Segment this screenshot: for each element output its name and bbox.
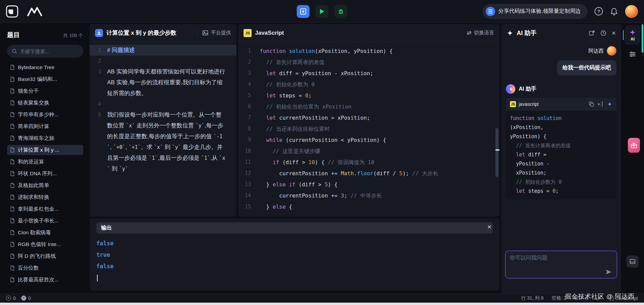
sidebar-item[interactable]: 字符串有多少种... <box>7 110 83 120</box>
search-box[interactable] <box>7 45 83 58</box>
ai-code-line: // 初始化步数为 0 <box>510 178 612 187</box>
debug-button[interactable] <box>334 5 347 18</box>
editor-scrollbar[interactable] <box>495 128 498 177</box>
file-icon <box>10 218 15 223</box>
sidebar-item-label: 链表聚集交换 <box>18 99 49 106</box>
user-avatar[interactable] <box>625 5 638 18</box>
sparkle-icon <box>507 30 513 36</box>
sidebar-item-label: Base32 编码和... <box>18 76 57 83</box>
sidebar-item-label: 阿 D 的飞行路线 <box>18 253 56 260</box>
run-button[interactable] <box>316 5 328 18</box>
import-problem-icon <box>95 29 103 37</box>
indent-setting[interactable]: 空格: 2 <box>552 295 567 301</box>
send-icon[interactable] <box>605 269 612 275</box>
sidebar-item-label: 百分位数 <box>18 265 39 272</box>
file-icon <box>10 112 15 117</box>
ai-avatar <box>506 84 515 94</box>
code-line: 15 } else { <box>238 201 500 212</box>
panel-toggle-icon[interactable] <box>626 255 639 268</box>
bug-icon <box>337 8 344 15</box>
play-icon <box>319 8 325 14</box>
notifications-button[interactable] <box>610 7 618 16</box>
sidebar-item-label: 猫鱼分干 <box>18 88 39 95</box>
workspace: 计算位置 x 到 y 的最少步数 平台提供 1# 问题描述23AB 实验同学每天… <box>90 24 500 293</box>
sidebar-item-label: 比赛最高获胜次... <box>18 276 59 283</box>
code-editor[interactable]: 1function solution(xPosition, yPosition)… <box>238 42 500 217</box>
search-input[interactable] <box>20 49 78 54</box>
problem-provider: 平台提供 <box>197 30 231 36</box>
window-bottom-strip <box>0 303 644 305</box>
sidebar-item[interactable]: 最小替换子串长... <box>7 216 83 226</box>
app-logo-icon[interactable] <box>6 5 18 18</box>
ai-input-box[interactable] <box>505 251 617 278</box>
magic-apply-icon[interactable] <box>607 101 612 107</box>
ai-close-icon[interactable]: × <box>612 30 616 36</box>
sidebar-item[interactable]: Base32 编码和... <box>7 74 83 84</box>
sidebar-item[interactable]: Bytedance Tree <box>7 62 83 72</box>
code-line: 14 currentPosition += 3; // 中等步长 <box>238 190 500 201</box>
sidebar-item[interactable]: 和的逆运算 <box>7 157 83 167</box>
insert-code-icon[interactable] <box>598 101 603 107</box>
rail-ai-tab[interactable]: AI <box>625 25 640 45</box>
output-close-icon[interactable]: × <box>487 223 491 230</box>
sidebar-item[interactable]: 拿到最多红包金... <box>7 204 83 214</box>
problem-list: Bytedance TreeBase32 编码和...猫鱼分干链表聚集交换字符串… <box>7 62 83 285</box>
promo-gift-badge[interactable] <box>628 138 640 153</box>
sidebar-item[interactable]: 及格如此简单 <box>7 180 83 190</box>
ai-gradient-icon <box>629 29 636 36</box>
sidebar-item-label: 拿到最多红包金... <box>18 206 59 213</box>
sidebar-item[interactable]: 比赛最高获胜次... <box>7 275 83 285</box>
code-line: 5 let steps = 0; <box>238 90 500 101</box>
ai-question-input[interactable] <box>510 254 613 270</box>
code-line: 9 while (currentPosition < yPosition) { <box>238 134 500 146</box>
problems-warnings[interactable]: ! 0 <box>21 296 31 301</box>
sidebar-item[interactable]: 阿 D 的飞行路线 <box>7 251 83 261</box>
switch-language-button[interactable]: ⇄ 切换语言 <box>467 29 494 36</box>
ai-code-language: javascript <box>519 101 586 107</box>
problem-title: 计算位置 x 到 y 的最少步数 <box>106 29 194 37</box>
sidebar-item-label: 进制求和转换 <box>18 194 49 201</box>
sidebar-item[interactable]: Cion 勒索病毒 <box>7 227 83 238</box>
sidebar-item[interactable]: 计算位置 x 到 y ... <box>7 145 83 155</box>
code-line: 10 // 这里是关键步骤 <box>238 146 500 157</box>
output-tab[interactable]: 输出 <box>96 222 493 234</box>
editor-panel: JS JavaScript ⇄ 切换语言 1function solution(… <box>238 24 500 217</box>
sidebar-item[interactable]: 进制求和转换 <box>7 192 83 202</box>
mountain-logo-icon[interactable] <box>27 6 42 17</box>
sidebar-item-label: 简单四则计算 <box>18 123 49 130</box>
history-icon[interactable] <box>600 30 607 36</box>
sidebar-item[interactable]: 青海湖租车之旅 <box>7 133 83 143</box>
share-banner[interactable]: 分享代码练习体验,领限量定制周边 <box>483 4 587 19</box>
code-line: 6 // 初始化当前位置为 xPosition <box>238 101 500 112</box>
code-line: 7 let currentPosition = xPosition; <box>238 112 500 123</box>
banner-doc-icon <box>486 7 495 16</box>
problem-line: 3AB 实验同学每天都很苦恼如何可以更好地进行 AB 实验,每一步的流程很重要,… <box>90 66 236 99</box>
sidebar-item[interactable]: RGB 色值转 Inte... <box>7 239 83 249</box>
sidebar-item[interactable]: 百分位数 <box>7 263 83 273</box>
settings-sliders-icon[interactable] <box>629 51 636 58</box>
ai-panel: AI 助手 × 阿达西 给我一些代码提示吧 AI 助手 <box>501 24 621 293</box>
copy-code-icon[interactable] <box>589 101 594 107</box>
code-line: 2 // 首先计算两者的差值 <box>238 57 500 68</box>
file-icon <box>10 253 15 259</box>
problems-errors[interactable]: × 0 <box>6 296 16 301</box>
file-icon <box>10 265 15 271</box>
export-chat-icon[interactable] <box>589 30 595 36</box>
sidebar-item-label: 和的逆运算 <box>18 158 44 165</box>
sidebar-item[interactable]: 链表聚集交换 <box>7 98 83 108</box>
sidebar-item-label: RGB 色值转 Inte... <box>18 241 61 248</box>
user-name: 阿达西 <box>588 48 604 54</box>
problem-description[interactable]: 1# 问题描述23AB 实验同学每天都很苦恼如何可以更好地进行 AB 实验,每一… <box>90 42 236 217</box>
sidebar-item[interactable]: 猫鱼分干 <box>7 86 83 96</box>
question-icon: ? <box>597 9 600 14</box>
new-file-button[interactable] <box>297 5 310 18</box>
sidebar-item[interactable]: 环状 DNA 序列... <box>7 169 83 179</box>
ai-code-line: // 首先计算两者的差值 <box>510 141 612 150</box>
file-icon <box>10 65 15 70</box>
cursor-position[interactable]: 行 31, 列 8 <box>521 295 544 301</box>
file-icon <box>10 277 15 282</box>
sidebar-item[interactable]: 简单四则计算 <box>7 121 83 131</box>
sidebar-item-label: 最小替换子串长... <box>18 217 59 224</box>
bell-icon <box>610 7 618 16</box>
help-button[interactable]: ? <box>594 7 603 16</box>
